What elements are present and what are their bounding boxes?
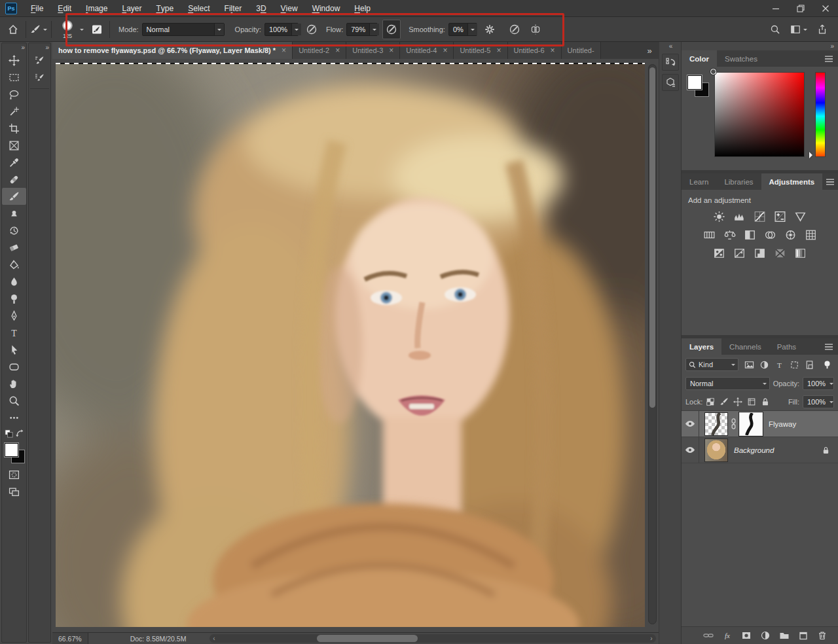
- quick-mask-button[interactable]: [2, 466, 26, 483]
- threshold-adjustment-button[interactable]: [754, 247, 766, 259]
- brush-preset-picker[interactable]: 125: [58, 20, 84, 39]
- brightness-contrast-adjustment-button[interactable]: [713, 211, 725, 223]
- canvas-area[interactable]: [52, 59, 659, 632]
- flow-select[interactable]: 79%: [346, 23, 378, 36]
- mask-link-icon[interactable]: [730, 418, 737, 429]
- menu-select[interactable]: Select: [181, 0, 217, 16]
- color-panel-swatches[interactable]: [687, 75, 709, 98]
- delete-layer-button[interactable]: [817, 630, 828, 641]
- eyedropper-tool[interactable]: [2, 154, 26, 171]
- tab-close-icon[interactable]: ×: [282, 46, 286, 55]
- adjustments-tab-learn[interactable]: Learn: [682, 173, 716, 190]
- layer-style-fx-button[interactable]: fx: [722, 630, 733, 641]
- quick-selection-tool[interactable]: [2, 103, 26, 120]
- layer-mask-thumbnail[interactable]: [739, 412, 763, 436]
- lock-position-button[interactable]: [733, 397, 742, 406]
- adjustments-panel-menu-button[interactable]: [822, 173, 838, 190]
- new-layer-button[interactable]: [798, 630, 809, 641]
- filter-toggle-button[interactable]: [820, 358, 834, 371]
- smoothing-select[interactable]: 0%: [448, 23, 477, 36]
- workspace-switcher[interactable]: [790, 20, 808, 39]
- move-tool[interactable]: [2, 52, 26, 69]
- foreground-color-swatch[interactable]: [687, 75, 702, 90]
- default-colors-icon[interactable]: [4, 429, 14, 438]
- path-selection-tool[interactable]: [2, 341, 26, 358]
- brush-dock-collapse-button[interactable]: »: [29, 43, 50, 52]
- exposure-adjustment-button[interactable]: [774, 211, 786, 223]
- layer-opacity-field[interactable]: 100%: [803, 377, 834, 390]
- zoom-level-field[interactable]: 66.67%: [52, 633, 88, 644]
- lock-artboard-button[interactable]: [747, 397, 756, 406]
- document-canvas[interactable]: [56, 63, 645, 627]
- curves-adjustment-button[interactable]: [754, 211, 766, 223]
- properties-panel-button[interactable]: [662, 74, 679, 91]
- symmetry-button[interactable]: [526, 20, 545, 39]
- opacity-pressure-button[interactable]: [302, 20, 321, 39]
- panels-collapse-button[interactable]: »: [682, 42, 838, 50]
- color-tab-swatches[interactable]: Swatches: [717, 50, 765, 67]
- posterize-adjustment-button[interactable]: [733, 247, 746, 259]
- edit-toolbar-tool[interactable]: [2, 409, 26, 426]
- layers-tab-paths[interactable]: Paths: [769, 338, 804, 355]
- invert-adjustment-button[interactable]: [713, 247, 725, 259]
- filter-adjustment-button[interactable]: [757, 358, 772, 371]
- layer-fill-field[interactable]: 100%: [803, 395, 834, 408]
- levels-adjustment-button[interactable]: [733, 211, 746, 223]
- frame-tool[interactable]: [2, 137, 26, 154]
- vertical-scrollbar-thumb[interactable]: [649, 67, 655, 408]
- share-button[interactable]: [813, 20, 831, 39]
- home-button[interactable]: [4, 20, 22, 39]
- color-panel-menu-button[interactable]: [820, 50, 838, 67]
- menu-help[interactable]: Help: [347, 0, 378, 16]
- vertical-scrollbar[interactable]: [648, 64, 657, 624]
- color-lookup-adjustment-button[interactable]: [805, 229, 817, 241]
- lock-transparency-button[interactable]: [706, 397, 715, 406]
- opacity-select[interactable]: 100%: [264, 23, 299, 36]
- tab-close-icon[interactable]: ×: [443, 46, 447, 55]
- layer-thumbnail[interactable]: [704, 438, 728, 462]
- link-layers-button[interactable]: [703, 630, 714, 641]
- smoothing-options-button[interactable]: [481, 20, 499, 39]
- color-picker-marker[interactable]: [710, 69, 716, 75]
- clone-stamp-tool[interactable]: [2, 205, 26, 222]
- toolbar-collapse-button[interactable]: »: [2, 43, 26, 52]
- doc-tab-2[interactable]: Untitled-2×: [293, 42, 346, 59]
- hue-saturation-adjustment-button[interactable]: [703, 229, 716, 241]
- brush-settings-button[interactable]: [29, 69, 50, 86]
- tab-close-icon[interactable]: ×: [551, 46, 555, 55]
- doc-tab-5[interactable]: Untitled-5×: [454, 42, 507, 59]
- doc-tab-1[interactable]: how to remove flyaways.psd @ 66.7% (Flya…: [52, 42, 293, 59]
- tool-preset-button[interactable]: [29, 20, 48, 39]
- menu-type[interactable]: Type: [149, 0, 181, 16]
- layer-thumbnail[interactable]: [704, 412, 728, 436]
- doc-tab-4[interactable]: Untitled-4×: [400, 42, 454, 59]
- layer-filter-kind-select[interactable]: Kind: [685, 358, 738, 371]
- layers-panel-menu-button[interactable]: [820, 338, 838, 355]
- tab-close-icon[interactable]: ×: [389, 46, 393, 55]
- menu-image[interactable]: Image: [79, 0, 115, 16]
- pen-tool[interactable]: [2, 307, 26, 324]
- dodge-tool[interactable]: [2, 290, 26, 307]
- zoom-tool[interactable]: [2, 392, 26, 409]
- layer-row-background[interactable]: Background: [682, 437, 838, 463]
- photo-filter-adjustment-button[interactable]: [764, 229, 776, 241]
- layer-name[interactable]: Background: [734, 446, 774, 454]
- channel-mixer-adjustment-button[interactable]: [784, 229, 797, 241]
- layer-name[interactable]: Flyaway: [769, 420, 796, 428]
- airbrush-mode-button[interactable]: [382, 20, 401, 39]
- color-tab-color[interactable]: Color: [682, 50, 717, 67]
- doc-tab-6[interactable]: Untitled-6×: [508, 42, 562, 59]
- shape-tool[interactable]: [2, 358, 26, 375]
- new-adjustment-button[interactable]: [760, 630, 771, 641]
- adjustments-tab-libraries[interactable]: Libraries: [716, 173, 761, 190]
- menu-view[interactable]: View: [274, 0, 305, 16]
- lock-pixels-button[interactable]: [720, 397, 729, 406]
- vibrance-adjustment-button[interactable]: [794, 211, 807, 223]
- blur-tool[interactable]: [2, 273, 26, 290]
- eraser-tool[interactable]: [2, 239, 26, 256]
- menu-3d[interactable]: 3D: [249, 0, 273, 16]
- foreground-background-colors[interactable]: [4, 442, 25, 465]
- crop-tool[interactable]: [2, 120, 26, 137]
- lock-all-button[interactable]: [761, 397, 770, 406]
- menu-edit[interactable]: Edit: [50, 0, 79, 16]
